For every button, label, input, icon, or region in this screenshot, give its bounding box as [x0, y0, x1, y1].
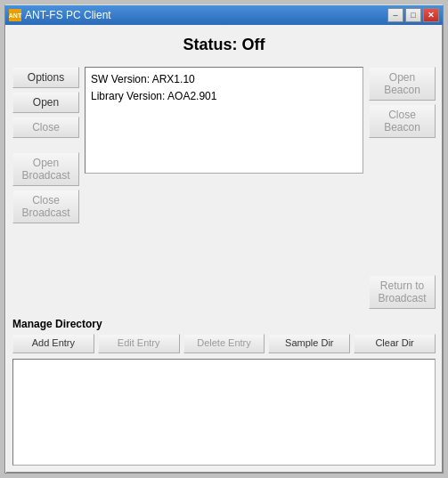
center-panel: SW Version: ARX1.10 Library Version: AOA… — [85, 67, 363, 309]
left-panel: Options Open Close Open Broadcast Close … — [12, 67, 79, 309]
directory-list — [12, 359, 436, 466]
close-beacon-button[interactable]: Close Beacon — [369, 104, 436, 138]
manage-directory-section: Manage Directory Add Entry Edit Entry De… — [12, 318, 436, 466]
app-icon: ANT — [9, 9, 21, 21]
title-bar: ANT ANT-FS PC Client – □ ✕ — [5, 5, 443, 25]
minimize-button[interactable]: – — [387, 8, 403, 22]
open-broadcast-button[interactable]: Open Broadcast — [12, 152, 79, 186]
manage-directory-label: Manage Directory — [12, 318, 436, 330]
return-to-broadcast-button[interactable]: Return to Broadcast — [369, 275, 436, 309]
options-button[interactable]: Options — [12, 67, 79, 88]
delete-entry-button[interactable]: Delete Entry — [183, 334, 265, 353]
window-title: ANT-FS PC Client — [25, 9, 111, 21]
close-broadcast-button[interactable]: Close Broadcast — [12, 190, 79, 223]
info-box: SW Version: ARX1.10 Library Version: AOA… — [85, 67, 363, 174]
right-spacer — [369, 142, 436, 271]
close-window-button[interactable]: ✕ — [423, 8, 439, 22]
main-area: Options Open Close Open Broadcast Close … — [12, 67, 436, 309]
open-button[interactable]: Open — [12, 92, 79, 113]
main-window: ANT ANT-FS PC Client – □ ✕ Status: Off O… — [4, 4, 444, 474]
window-content: Status: Off Options Open Close Open Broa… — [5, 25, 443, 473]
title-bar-left: ANT ANT-FS PC Client — [9, 9, 111, 21]
sw-version-text: SW Version: ARX1.10 — [91, 71, 357, 88]
library-version-text: Library Version: AOA2.901 — [91, 88, 357, 105]
sample-dir-button[interactable]: Sample Dir — [268, 334, 350, 353]
maximize-button[interactable]: □ — [405, 8, 421, 22]
clear-dir-button[interactable]: Clear Dir — [354, 334, 436, 353]
open-beacon-button[interactable]: Open Beacon — [369, 67, 436, 101]
edit-entry-button[interactable]: Edit Entry — [98, 334, 180, 353]
add-entry-button[interactable]: Add Entry — [12, 334, 94, 353]
right-panel: Open Beacon Close Beacon Return to Broad… — [369, 67, 436, 309]
close-button[interactable]: Close — [12, 117, 79, 138]
title-bar-controls: – □ ✕ — [387, 8, 439, 22]
status-label: Status: Off — [12, 32, 436, 61]
left-spacer — [12, 142, 79, 149]
manage-directory-buttons: Add Entry Edit Entry Delete Entry Sample… — [12, 334, 436, 353]
